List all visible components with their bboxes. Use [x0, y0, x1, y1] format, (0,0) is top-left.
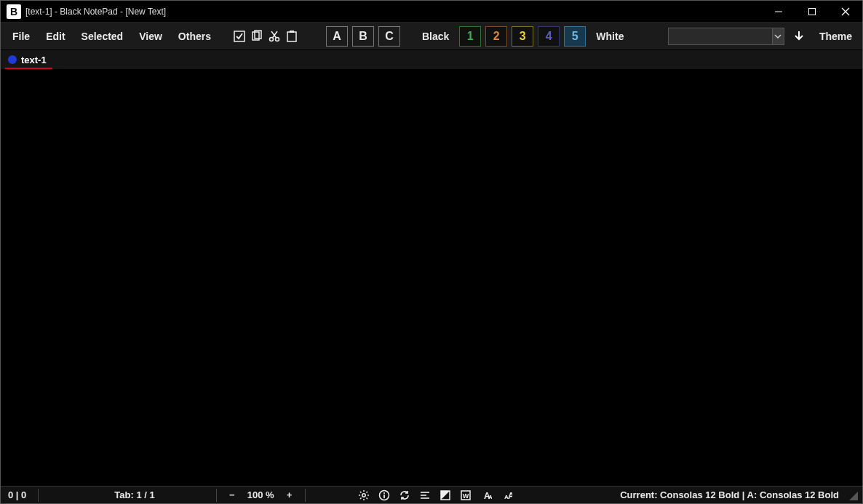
zoom-in-button[interactable]: +: [283, 489, 296, 500]
copy-icon[interactable]: [249, 28, 265, 44]
svg-rect-4: [234, 31, 244, 41]
close-button[interactable]: [829, 1, 862, 23]
svg-rect-11: [287, 32, 296, 41]
zoom-out-button[interactable]: −: [226, 489, 239, 500]
select-all-icon[interactable]: [231, 28, 247, 44]
menu-others[interactable]: Others: [171, 28, 218, 45]
preset-3-button[interactable]: 3: [512, 26, 533, 47]
title-bar: B [text-1] - Black NotePad - [New Text]: [1, 1, 862, 23]
svg-point-7: [269, 37, 273, 41]
font-increase-icon[interactable]: AA: [479, 488, 493, 503]
unsaved-indicator-icon: [8, 55, 17, 64]
minimize-button[interactable]: [762, 1, 795, 23]
svg-text:W: W: [462, 492, 469, 500]
resize-grip-icon[interactable]: [848, 490, 858, 500]
svg-line-19: [360, 492, 362, 493]
style-c-button[interactable]: C: [378, 26, 400, 47]
svg-text:A: A: [488, 494, 492, 500]
wrap-icon[interactable]: W: [458, 488, 473, 503]
toolbar: File Edit Selected View Others A B C Bla…: [1, 23, 862, 50]
menu-selected[interactable]: Selected: [74, 28, 131, 45]
tab-indicator: Tab: 1 / 1: [111, 489, 157, 500]
preset-5-button[interactable]: 5: [564, 26, 586, 47]
svg-line-20: [366, 497, 367, 499]
black-theme-label: Black: [415, 31, 456, 42]
font-dropdown[interactable]: [668, 28, 784, 45]
window-title: [text-1] - Black NotePad - [New Text]: [25, 7, 166, 17]
style-a-button[interactable]: A: [326, 26, 348, 47]
svg-line-21: [360, 497, 362, 499]
preset-4-button[interactable]: 4: [538, 26, 560, 47]
download-arrow-icon[interactable]: [790, 28, 808, 45]
text-editor-area[interactable]: [1, 69, 862, 486]
style-b-button[interactable]: B: [352, 26, 374, 47]
tab-strip: text-1: [1, 50, 862, 69]
maximize-button[interactable]: [795, 1, 829, 23]
preset-2-button[interactable]: 2: [485, 26, 507, 47]
info-icon[interactable]: [377, 488, 391, 503]
svg-point-8: [275, 37, 279, 41]
svg-text:A: A: [508, 491, 512, 501]
chevron-down-icon[interactable]: [772, 28, 784, 44]
svg-marker-30: [441, 491, 450, 500]
svg-rect-1: [809, 8, 816, 15]
svg-point-14: [362, 493, 365, 496]
svg-point-24: [383, 492, 385, 494]
menu-file[interactable]: File: [5, 28, 37, 45]
font-dropdown-value: [669, 31, 672, 41]
cut-icon[interactable]: [266, 28, 282, 44]
white-theme-label: White: [589, 31, 631, 42]
theme-button[interactable]: Theme: [814, 28, 858, 45]
status-bar: 0 | 0 Tab: 1 / 1 − 100 % + W AA: [1, 486, 862, 503]
svg-line-22: [366, 492, 367, 493]
menu-edit[interactable]: Edit: [39, 28, 72, 45]
contrast-icon[interactable]: [438, 488, 453, 503]
zoom-level: 100 %: [244, 489, 277, 500]
align-icon[interactable]: [418, 488, 432, 503]
gear-icon[interactable]: [357, 488, 371, 503]
svg-rect-12: [290, 31, 294, 33]
font-info: Current: Consolas 12 Bold | A: Consolas …: [617, 489, 842, 500]
menu-view[interactable]: View: [132, 28, 170, 45]
sync-icon[interactable]: [397, 488, 412, 503]
app-window: B [text-1] - Black NotePad - [New Text] …: [0, 0, 863, 504]
paste-icon[interactable]: [284, 28, 300, 44]
document-tab[interactable]: text-1: [5, 53, 52, 69]
font-decrease-icon[interactable]: AA: [499, 488, 514, 503]
document-tab-label: text-1: [21, 55, 47, 65]
app-logo-icon: B: [7, 4, 21, 19]
cursor-position: 0 | 0: [5, 489, 29, 500]
preset-1-button[interactable]: 1: [459, 26, 481, 47]
